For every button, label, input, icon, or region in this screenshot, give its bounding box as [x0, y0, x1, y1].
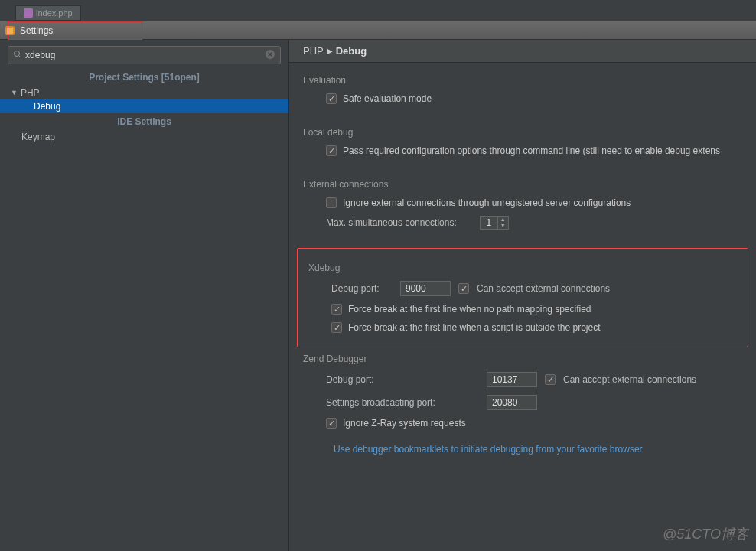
window-title: Settings: [20, 25, 53, 36]
chevron-right-icon: ▶: [327, 47, 333, 55]
editor-tab-index-php[interactable]: index.php: [15, 5, 81, 21]
php-file-icon: [24, 8, 33, 18]
checkbox-safe-evaluation[interactable]: [326, 93, 337, 104]
label-zray: Ignore Z-Ray system requests: [343, 418, 466, 429]
spinner-down-icon[interactable]: ▼: [498, 223, 508, 229]
tree-label-debug: Debug: [34, 101, 60, 112]
group-xdebug: Xdebug Debug port: Can accept external c…: [297, 248, 748, 347]
checkbox-zray[interactable]: [326, 418, 337, 429]
link-bookmarklets[interactable]: Use debugger bookmarklets to initiate de…: [303, 436, 742, 455]
spinner-up-icon[interactable]: ▲: [498, 217, 508, 223]
svg-rect-1: [7, 28, 13, 34]
search-icon: [13, 50, 22, 61]
tree-node-keymap[interactable]: Keymap: [0, 130, 288, 144]
group-title-local-debug: Local debug: [303, 127, 742, 138]
checkbox-pass-config[interactable]: [326, 145, 337, 156]
group-local-debug: Local debug Pass required configuration …: [289, 122, 756, 174]
label-zend-broadcast: Settings broadcasting port:: [326, 397, 479, 408]
group-evaluation: Evaluation Safe evaluation mode: [289, 70, 756, 122]
label-pass-config: Pass required configuration options thro…: [343, 145, 720, 156]
group-external-connections: External connections Ignore external con…: [289, 174, 756, 248]
checkbox-ignore-external[interactable]: [326, 197, 337, 208]
breadcrumb-root: PHP: [303, 45, 324, 57]
editor-tab-label: index.php: [36, 8, 73, 18]
settings-window-icon: [5, 25, 15, 36]
tree-node-php[interactable]: ▼ PHP: [0, 86, 288, 99]
group-title-external: External connections: [303, 179, 742, 190]
editor-tab-bar: index.php: [0, 0, 756, 21]
settings-content: PHP ▶ Debug Evaluation Safe evaluation m…: [289, 40, 756, 551]
label-force-break-1: Force break at the first line when no pa…: [348, 304, 591, 315]
label-safe-evaluation: Safe evaluation mode: [343, 93, 432, 104]
input-zend-port[interactable]: [487, 372, 537, 387]
caret-down-icon: ▼: [11, 89, 18, 96]
checkbox-force-break-1[interactable]: [331, 304, 342, 315]
checkbox-force-break-2[interactable]: [331, 322, 342, 333]
label-zend-port: Debug port:: [326, 374, 479, 385]
svg-point-2: [15, 51, 20, 56]
checkbox-zend-accept[interactable]: [545, 374, 556, 385]
label-max-conn: Max. simultaneous connections:: [326, 217, 457, 228]
spinner-max-conn[interactable]: 1 ▲ ▼: [480, 216, 509, 230]
clear-search-icon[interactable]: [265, 49, 275, 62]
spinner-value: 1: [481, 217, 497, 229]
settings-search[interactable]: [8, 46, 281, 64]
input-xdebug-port[interactable]: [400, 281, 451, 296]
section-header-ide: IDE Settings: [0, 113, 288, 130]
section-header-project: Project Settings [51open]: [0, 69, 288, 86]
group-title-evaluation: Evaluation: [303, 75, 742, 86]
breadcrumb: PHP ▶ Debug: [289, 40, 756, 63]
tree-label-php: PHP: [21, 87, 40, 98]
link-bookmarklets-text: Use debugger bookmarklets to initiate de…: [334, 444, 643, 455]
tree-node-debug[interactable]: Debug: [0, 99, 288, 113]
group-title-zend: Zend Debugger: [303, 354, 742, 364]
breadcrumb-leaf: Debug: [336, 45, 367, 57]
input-zend-broadcast[interactable]: [487, 395, 537, 410]
checkbox-xdebug-accept[interactable]: [458, 283, 469, 294]
label-xdebug-port: Debug port:: [331, 283, 393, 294]
label-zend-accept: Can accept external connections: [563, 374, 696, 385]
settings-sidebar: Project Settings [51open] ▼ PHP Debug ID…: [0, 40, 289, 551]
svg-line-3: [19, 56, 21, 58]
label-ignore-external: Ignore external connections through unre…: [343, 197, 631, 208]
settings-titlebar: Settings: [0, 21, 756, 40]
group-zend: Zend Debugger Debug port: Can accept ext…: [289, 354, 756, 465]
label-xdebug-accept: Can accept external connections: [477, 283, 610, 294]
label-force-break-2: Force break at the first line when a scr…: [348, 322, 601, 333]
group-title-xdebug: Xdebug: [308, 262, 737, 273]
watermark: @51CTO博客: [663, 525, 748, 543]
tree-label-keymap: Keymap: [21, 132, 55, 142]
search-input[interactable]: [22, 50, 265, 60]
